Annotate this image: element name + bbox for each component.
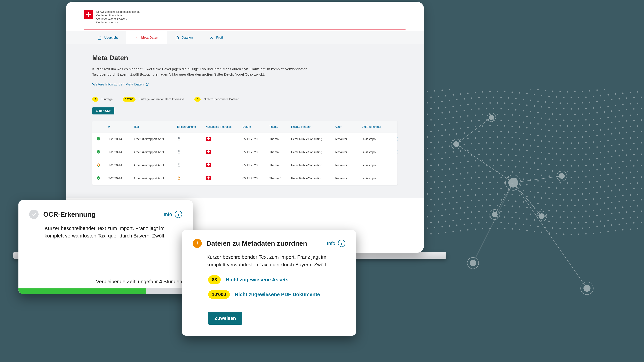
svg-point-966 [608,231,609,232]
col-date[interactable]: Datum [242,125,268,129]
ocr-progress-fill [18,289,146,294]
svg-point-347 [467,138,468,139]
document-icon[interactable] [396,150,398,154]
document-icon[interactable] [396,163,398,167]
svg-point-839 [500,211,502,212]
col-restriction[interactable]: Einschränkung [176,125,204,129]
assign-info-link[interactable]: Info i [327,240,345,247]
tab-overview[interactable]: Übersicht [89,31,126,44]
svg-point-346 [460,139,461,140]
svg-point-171 [552,113,554,115]
svg-point-216 [608,117,609,118]
svg-point-21 [552,90,554,92]
svg-point-622 [560,182,561,184]
svg-point-775 [582,205,583,206]
svg-point-580 [526,173,528,174]
svg-point-708 [641,188,642,189]
svg-point-882 [541,220,542,222]
svg-point-632 [633,177,634,178]
svg-point-309 [464,132,465,134]
svg-rect-1008 [178,165,180,166]
svg-point-175 [582,113,583,115]
svg-point-24 [574,91,576,92]
svg-point-848 [567,217,568,218]
svg-point-665 [600,186,602,188]
svg-point-984 [451,139,461,149]
pdf-link[interactable]: Nicht zugewiesene PDF Dokumente [235,292,320,297]
document-icon[interactable] [396,137,398,141]
svg-point-695 [545,192,546,194]
svg-point-311 [478,131,480,132]
svg-point-805 [526,207,528,208]
svg-point-649 [482,182,483,184]
svg-point-199 [482,114,483,115]
cell-rights: Peter Rubi eConsulting [290,150,334,154]
svg-point-922 [560,228,561,229]
assets-link[interactable]: Nicht zugewiesene Assets [226,277,288,283]
info-label: Info [164,212,172,217]
svg-point-267 [430,131,432,132]
svg-point-545 [545,170,546,171]
svg-point-472 [560,159,561,161]
svg-point-278 [512,126,513,127]
table-row[interactable]: T-2020-14Arbeitszeitrapport April05.11.2… [92,172,398,185]
svg-point-520 [637,160,638,161]
col-national[interactable]: Nationales Interesse [204,125,242,129]
svg-point-843 [530,214,531,215]
svg-point-704 [611,190,612,192]
tab-profile[interactable]: Profil [201,31,232,44]
swiss-flag-icon [206,137,211,141]
svg-point-885 [563,222,564,223]
svg-point-555 [618,167,620,168]
svg-point-845 [545,215,546,217]
svg-point-890 [600,220,602,222]
ocr-info-link[interactable]: Info i [164,211,182,218]
svg-point-154 [427,114,428,115]
svg-point-295 [637,125,638,127]
info-icon: i [338,240,345,247]
svg-point-761 [478,199,480,201]
svg-point-45 [452,94,454,96]
cell-date: 05.11.2020 [242,164,268,167]
col-author[interactable]: Autor [334,125,362,129]
tab-metadata[interactable]: Meta Daten [126,31,166,44]
svg-point-556 [626,166,627,167]
col-topic[interactable]: Thema [268,125,290,129]
svg-line-980 [513,183,587,288]
svg-point-1001 [211,36,212,37]
svg-point-609 [464,178,465,179]
svg-point-799 [482,205,483,206]
col-contractor[interactable]: Auftragnehmer [362,125,393,129]
svg-point-353 [512,137,513,138]
svg-point-644 [445,186,446,188]
svg-point-93 [530,99,531,101]
svg-point-957 [541,232,542,233]
svg-point-7 [449,89,450,90]
svg-point-454 [427,159,428,161]
col-num[interactable]: # [107,125,132,129]
stat-label: Einträge von nationalem Interesse [138,97,184,101]
svg-point-770 [545,204,546,205]
col-rights[interactable]: Rechte Inhaber [290,125,334,129]
document-icon[interactable] [396,176,398,180]
app-header: Schweizerische Eidgenossenschaft Confédé… [66,2,424,31]
tab-files[interactable]: Dateien [167,31,201,44]
svg-point-688 [493,188,494,189]
svg-point-270 [452,129,454,130]
meta-info-link[interactable]: Weitere Infos zu den Meta Daten [92,82,149,86]
assign-button[interactable]: Zuweisen [208,312,242,325]
svg-point-738 [585,199,587,200]
export-csv-button[interactable]: Export CSV [92,107,114,114]
svg-point-380 [434,147,435,148]
svg-point-405 [618,144,620,145]
svg-point-424 [482,148,483,149]
svg-point-87 [486,96,487,98]
table-row[interactable]: T-2020-14Arbeitszeitrapport April05.11.2… [92,159,398,172]
svg-point-623 [567,182,568,184]
svg-point-421 [460,150,461,152]
table-row[interactable]: T-2020-14Arbeitszeitrapport April05.11.2… [92,146,398,159]
col-titel[interactable]: Titel [132,125,176,129]
svg-point-362 [578,142,579,144]
svg-point-662 [578,188,579,189]
table-row[interactable]: T-2020-14Arbeitszeitrapport April05.11.2… [92,133,398,146]
